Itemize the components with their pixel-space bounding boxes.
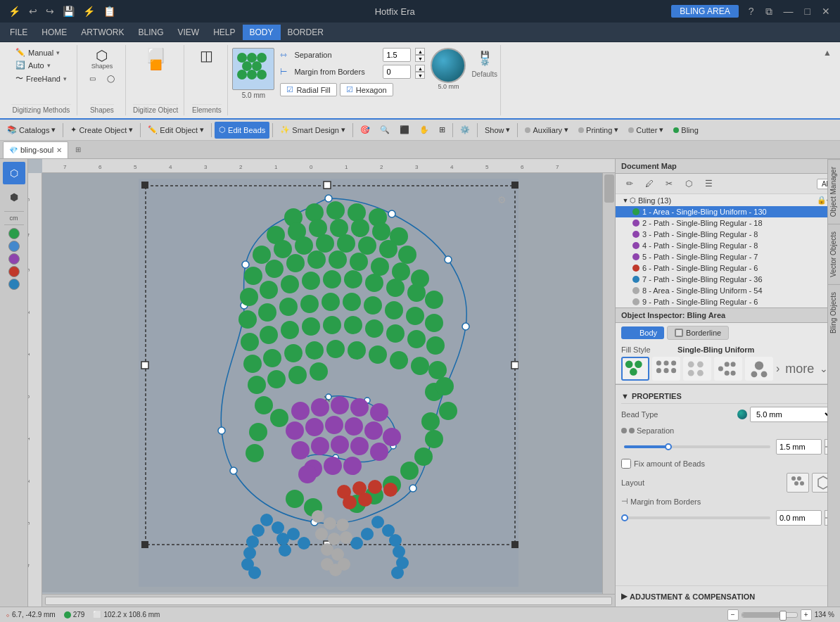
adj-header[interactable]: ▶ ADJUSTMENT & COMPENSATION <box>621 589 834 604</box>
lock-icon[interactable]: 🔒 <box>817 196 827 205</box>
zoom-in-btn[interactable]: + <box>801 609 812 621</box>
zoom-thumb[interactable] <box>779 611 787 621</box>
grid-btn[interactable]: ⊞ <box>435 122 450 139</box>
settings-btn[interactable]: ⚙️ <box>456 122 474 139</box>
margin-input[interactable] <box>383 65 411 79</box>
margin-up[interactable]: ▲ <box>415 65 425 72</box>
borderline-tab[interactable]: Borderline <box>667 326 729 340</box>
edit-beads-btn[interactable]: ⬡ Edit Beads <box>215 122 269 139</box>
app-icon-6[interactable]: 📋 <box>101 4 118 18</box>
elements-btn[interactable]: ◫ <box>194 46 219 65</box>
fill-icon-1[interactable] <box>621 357 649 381</box>
color-swatch-2[interactable] <box>8 241 20 252</box>
tree-item-9[interactable]: 9 - Path - Single-Bling Regular - 6 <box>616 296 840 307</box>
dm-list-btn[interactable]: ☰ <box>700 176 717 191</box>
separation-down[interactable]: ▼ <box>415 55 425 62</box>
margin-slider[interactable] <box>624 516 770 519</box>
tree-item-7[interactable]: 7 - Path - Single-Bling Regular - 36 <box>616 274 840 285</box>
tree-item-bling[interactable]: ▼ ⬡ Bling (13) 🔒 👁 <box>616 194 840 206</box>
tree-item-6[interactable]: 6 - Path - Single-Bling Regular - 6 <box>616 262 840 274</box>
help-button[interactable]: ? <box>744 4 758 19</box>
radial-fill-btn[interactable]: ☑ Radial Fill <box>280 83 336 96</box>
printing-btn[interactable]: Printing ▾ <box>574 122 623 139</box>
separation-input[interactable] <box>383 48 411 62</box>
dm-pencil-btn[interactable]: ✏ <box>621 176 638 191</box>
properties-header[interactable]: ▼ PROPERTIES <box>621 389 834 404</box>
layout-grid-btn[interactable] <box>787 473 809 493</box>
color-swatch-4[interactable] <box>8 266 20 277</box>
sep-slider[interactable] <box>624 445 770 448</box>
show-btn[interactable]: Show ▾ <box>481 122 515 139</box>
menu-artwork[interactable]: ARTWORK <box>74 25 131 40</box>
v-scrollbar-thumb[interactable] <box>604 174 614 203</box>
color-swatch-5[interactable] <box>8 279 20 290</box>
smart-design-btn[interactable]: ✨ Smart Design ▾ <box>276 122 350 139</box>
tab-close[interactable]: ✕ <box>56 146 62 154</box>
color-swatch-3[interactable] <box>8 253 20 265</box>
fill-more-btn[interactable]: more <box>782 362 817 376</box>
manual-btn[interactable]: ✏️ Manual ▾ <box>11 46 71 58</box>
fill-scroll-right[interactable]: › <box>776 362 779 375</box>
digitize-btn[interactable]: ⬜ 🟧 <box>143 46 168 72</box>
menu-file[interactable]: FILE <box>3 25 34 40</box>
edit-object-btn[interactable]: ✏️ Edit Object ▾ <box>144 122 208 139</box>
fill-icon-3[interactable] <box>683 357 711 381</box>
fill-icon-4[interactable] <box>714 357 742 381</box>
margin-prop-input[interactable] <box>776 510 822 526</box>
doc-tab-bling-soul[interactable]: 💎 bling-soul ✕ <box>3 141 68 158</box>
fix-amount-checkbox[interactable] <box>621 459 631 469</box>
v-scrollbar[interactable] <box>602 173 615 594</box>
app-icon-5[interactable]: ⚡ <box>80 4 98 18</box>
app-icon-4[interactable]: 💾 <box>60 4 77 18</box>
zoom-out-btn[interactable]: − <box>727 609 739 621</box>
tree-item-8[interactable]: 8 - Area - Single-Bling Uniform - 54 <box>616 285 840 296</box>
tree-item-1[interactable]: 1 - Area - Single-Bling Uniform - 130 <box>616 206 840 217</box>
vector-objects-tab[interactable]: Vector Objects <box>828 224 840 284</box>
bead-type-select[interactable]: 5.0 mm <box>750 407 834 422</box>
fill-icon-5[interactable] <box>745 357 773 381</box>
sep-slider-thumb[interactable] <box>665 443 672 450</box>
menu-border[interactable]: BORDER <box>281 25 331 40</box>
dm-pen-btn[interactable]: 🖊 <box>641 176 658 191</box>
bling-objects-tab[interactable]: Bling Objects <box>828 284 840 341</box>
fill-icon-2[interactable] <box>652 357 680 381</box>
dm-scissors-btn[interactable]: ✂ <box>661 176 677 191</box>
tree-item-2[interactable]: 2 - Path - Single-Bling Regular - 18 <box>616 217 840 229</box>
menu-bling[interactable]: BLING <box>131 25 170 40</box>
tree-item-3[interactable]: 3 - Path - Single-Bling Regular - 8 <box>616 229 840 240</box>
margin-down[interactable]: ▼ <box>415 72 425 79</box>
ribbon-collapse[interactable]: ▲ <box>820 45 834 115</box>
tab-new-btn[interactable]: ⊞ <box>71 143 85 157</box>
tree-item-4[interactable]: 4 - Path - Single-Bling Regular - 8 <box>616 240 840 251</box>
shape-rect-btn[interactable]: ▭ <box>84 73 101 84</box>
dm-hex-btn[interactable]: ⬡ <box>680 176 697 191</box>
body-tab[interactable]: Body <box>621 326 664 339</box>
color-swatch-1[interactable] <box>8 228 20 239</box>
catalogs-btn[interactable]: 📚 Catalogs ▾ <box>3 122 60 139</box>
tree-item-5[interactable]: 5 - Path - Single-Bling Regular - 7 <box>616 251 840 262</box>
separation-up[interactable]: ▲ <box>415 48 425 55</box>
bling-btn[interactable]: Bling <box>669 122 702 139</box>
restore-button[interactable]: ⧉ <box>761 4 777 19</box>
canvas[interactable]: ⚙ ✕ <box>42 173 615 592</box>
sep-prop-input[interactable] <box>776 439 822 455</box>
minimize-button[interactable]: — <box>779 4 798 19</box>
h-scrollbar[interactable] <box>45 597 612 605</box>
select-tool[interactable]: ⬡ <box>3 162 25 184</box>
auxiliary-btn[interactable]: Auxiliary ▾ <box>521 122 573 139</box>
shapes-btn[interactable]: ⬡ Shapes <box>88 46 117 72</box>
menu-view[interactable]: VIEW <box>170 25 206 40</box>
pan-btn[interactable]: ✋ <box>415 122 433 139</box>
node-tool[interactable]: ⬢ <box>3 186 25 208</box>
close-button[interactable]: ✕ <box>817 4 834 19</box>
target-btn[interactable]: 🎯 <box>356 122 374 139</box>
create-object-btn[interactable]: ✦ Create Object ▾ <box>66 122 137 139</box>
zoom-slider[interactable] <box>742 612 798 618</box>
maximize-button[interactable]: □ <box>801 4 815 19</box>
magnify-btn[interactable]: 🔍 <box>376 122 394 139</box>
frame-btn[interactable]: ⬛ <box>395 122 414 139</box>
menu-body[interactable]: BODY <box>243 25 281 40</box>
auto-btn[interactable]: 🔄 Auto ▾ <box>11 59 71 71</box>
freehand-btn[interactable]: 〜 FreeHand ▾ <box>11 72 71 85</box>
object-manager-tab[interactable]: Object Manager <box>828 159 840 224</box>
